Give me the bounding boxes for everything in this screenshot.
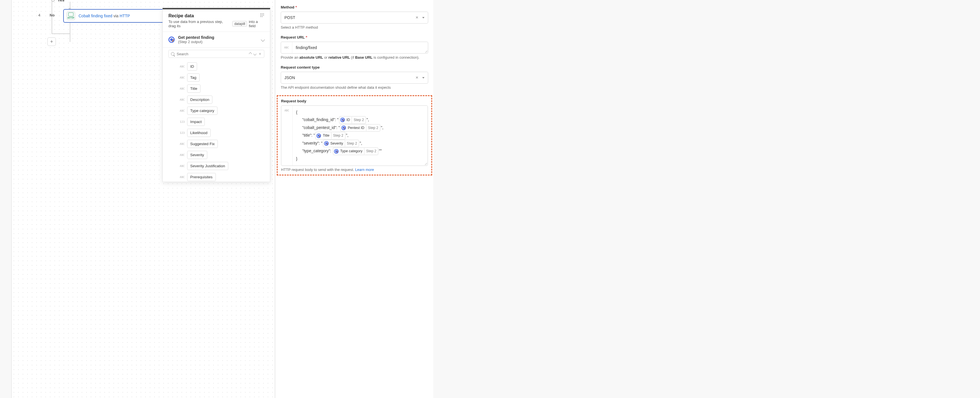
plus-icon: + [50,39,53,45]
content-type-label: Request content type [281,65,428,70]
step-title-http: HTTP [120,14,130,18]
cobalt-icon [341,126,346,130]
datapill-tag: datapill [232,21,247,27]
url-label: Request URL * [281,35,428,40]
datapill-severity[interactable]: Severity [187,151,207,159]
url-input[interactable]: ABC finding/fixed [281,42,428,54]
search-icon [171,52,174,56]
datapill-impact[interactable]: Impact [187,118,205,126]
step-output-title: Get pentest finding [178,35,258,40]
step-output-sub: (Step 2 output) [178,40,258,44]
cobalt-icon [340,118,345,122]
datapill-severity-justification[interactable]: Severity Justification [187,162,228,170]
step-title-link[interactable]: Cobalt finding fixed [78,14,112,18]
type-badge-icon: ABC [281,42,292,53]
datapill-suggested-fix[interactable]: Suggested Fix [187,140,218,148]
pill-type-badge: ABC [180,110,185,112]
flow-connector [70,23,70,42]
datapill-search-box: × [169,50,264,58]
recipe-flow-canvas[interactable]: Yes 4 No HTTP Cobalt finding fixed via H… [11,0,275,398]
datapill-prerequisites[interactable]: Prerequisites [187,173,216,181]
caret-down-icon [422,77,425,78]
body-pill-type-category[interactable]: Type categoryStep 2 [333,147,379,155]
datapill-description[interactable]: Description [187,96,213,104]
recipe-data-subtitle-pre: To use data from a previous step, drag i… [169,19,231,28]
learn-more-link[interactable]: Learn more [355,167,374,172]
flow-connector [52,1,52,34]
pill-type-badge: ABC [180,143,185,145]
datapill-likelihood[interactable]: Likelihood [187,129,211,137]
cobalt-icon [169,37,175,43]
branch-yes-label: Yes [57,0,64,2]
body-line: "title": "TitleStep 2", [296,132,424,140]
recipe-data-panel: Recipe data To use data from a previous … [162,8,270,182]
body-pill-title[interactable]: TitleStep 2 [315,132,345,140]
body-label: Request body [281,99,428,103]
datapill-list: ABCID ABCTag ABCTitle ABCDescription ABC… [163,60,270,182]
body-line: "cobalt_finding_id": "IDStep 2", [296,116,424,124]
step-title-via: via [113,14,119,18]
request-body-highlight: Request body ABC { "cobalt_finding_id": … [277,95,432,175]
body-pill-id[interactable]: IDStep 2 [339,116,366,124]
pill-type-badge: ABC [180,154,185,156]
body-line: "severity": "SeverityStep 2", [296,140,424,147]
body-pill-pentest-id[interactable]: Pentest IDStep 2 [340,124,380,132]
method-select[interactable]: POST × [281,12,428,24]
body-help: HTTP request body to send with the reque… [281,167,428,172]
pill-type-badge: ABC [180,176,185,178]
body-content[interactable]: { "cobalt_finding_id": "IDStep 2", "coba… [293,106,428,166]
chevron-down-icon [261,37,265,41]
cobalt-icon [334,149,339,154]
pill-type-badge: ABC [180,87,185,90]
datapill-title[interactable]: Title [187,84,200,93]
url-help: Provide an absolute URL or relative URL … [281,55,428,59]
url-value[interactable]: finding/fixed [292,42,428,53]
pill-type-badge: ABC [180,165,185,167]
method-value: POST [285,15,412,20]
flow-connector [52,33,70,34]
search-prev-icon[interactable] [249,52,252,55]
cobalt-icon [317,134,321,138]
step-config-panel: Method * POST × Select a HTTP method Req… [275,0,433,398]
body-line-open: { [296,109,424,116]
resize-handle-icon[interactable] [425,51,427,53]
step-output-toggle[interactable]: Get pentest finding (Step 2 output) [163,32,270,48]
clear-icon[interactable]: × [415,15,419,20]
recipe-data-subtitle-post: into a field [249,19,264,28]
pill-type-badge: 123 [180,132,185,134]
add-step-button[interactable]: + [47,37,56,46]
body-pill-severity[interactable]: SeverityStep 2 [323,140,359,147]
method-help: Select a HTTP method [281,25,428,29]
content-type-value: JSON [285,75,412,80]
body-line: "cobalt_pentest_id": "Pentest IDStep 2", [296,124,424,132]
search-next-icon[interactable] [253,52,256,55]
cobalt-icon [324,141,329,146]
pill-type-badge: ABC [180,65,185,68]
type-badge-icon: ABC [281,106,293,166]
body-line: "type_category": Type categoryStep 2"" [296,147,424,155]
datapill-tag[interactable]: Tag [187,73,200,82]
body-input[interactable]: ABC { "cobalt_finding_id": "IDStep 2", "… [281,105,428,166]
datapill-id[interactable]: ID [187,62,197,71]
caret-down-icon [422,17,425,18]
body-line-close: } [296,155,424,162]
datapill-search-input[interactable] [177,52,247,56]
datapill-type-category[interactable]: Type category [187,107,218,115]
drag-handle-icon[interactable] [260,13,264,17]
search-clear-icon[interactable]: × [258,52,262,56]
pill-type-badge: 123 [180,121,185,123]
method-label: Method * [281,5,428,10]
step-number: 4 [38,13,40,17]
pill-type-badge: ABC [180,99,185,101]
content-type-select[interactable]: JSON × [281,72,428,84]
http-connector-icon: HTTP [67,12,75,20]
pill-type-badge: ABC [180,76,185,79]
resize-handle-icon[interactable] [425,163,427,165]
branch-no-label: No [49,13,54,17]
clear-icon[interactable]: × [415,75,419,80]
content-type-help: The API endpoint documentation should de… [281,85,428,89]
recipe-data-title: Recipe data [169,13,194,18]
